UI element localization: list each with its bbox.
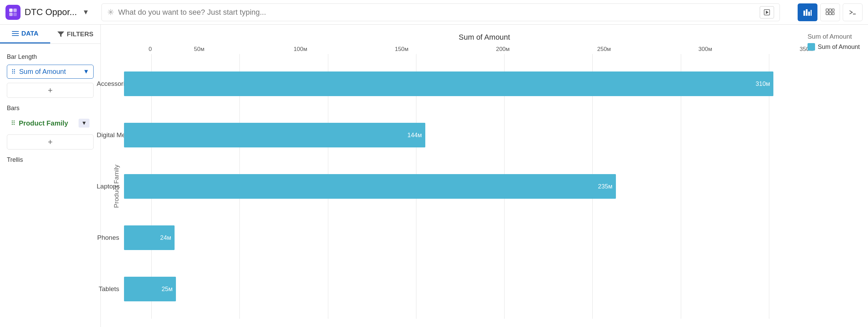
bar-label-digital-media: Digital Media [97,131,124,139]
svg-rect-15 [832,12,834,15]
measure-dropdown-icon[interactable]: ▼ [83,68,89,75]
search-input[interactable] [118,8,760,17]
bar-fill-phones: 24м [124,225,175,250]
bars-label: Bars [7,105,94,112]
dimension-dropdown-button[interactable]: ▼ [79,119,89,128]
svg-rect-14 [829,12,831,15]
bar-value-tablets: 25м [162,286,173,293]
terminal-button[interactable] [843,3,863,21]
bar-row-phones: Phones 24м [124,222,857,253]
search-area: ✳ [101,3,780,21]
sidebar-tabs: DATA FILTERS [0,25,100,44]
bar-row-laptops: Laptops 235м [124,171,857,202]
svg-marker-5 [766,11,769,14]
svg-rect-13 [826,12,828,15]
dimension-pill[interactable]: ⠿ Product Family ▼ [7,116,94,130]
bar-value-accessories: 310м [756,80,770,88]
svg-rect-2 [9,13,13,16]
bar-row-tablets: Tablets 25м [124,274,857,304]
svg-rect-9 [811,10,812,16]
sidebar-content: Bar Length ⠿ Sum of Amount ▼ + Bars ⠿ Pr… [0,44,100,322]
dimension-label: Product Family [19,119,75,127]
bar-fill-accessories: 310м [124,71,773,96]
svg-rect-0 [9,9,13,12]
bar-value-phones: 24м [160,234,171,241]
grid-view-button[interactable] [820,3,840,21]
svg-rect-7 [806,9,808,16]
add-bar-length-button[interactable]: + [7,83,94,98]
svg-rect-1 [13,9,17,12]
svg-rect-6 [803,11,805,16]
bar-track-phones: 24м [124,225,857,250]
app-title: DTC Oppor... [25,7,77,17]
bar-fill-digital-media: 144м [124,123,425,147]
bar-label-phones: Phones [97,234,124,241]
bar-label-tablets: Tablets [97,285,124,293]
trellis-label: Trellis [7,156,94,164]
tab-filters[interactable]: FILTERS [50,25,100,43]
legend-item-label: Sum of Amount [818,43,860,51]
bar-value-laptops: 235м [598,183,612,190]
search-star-icon: ✳ [107,8,114,17]
drag-handle-icon: ⠿ [11,68,16,76]
svg-rect-8 [808,12,810,16]
legend-item: Sum of Amount [808,43,860,51]
legend-title: Sum of Amount [808,33,852,40]
chart-container: Sum of Amount 0 50м 100м 150м 200м 250м … [112,33,857,319]
legend-color-swatch [808,43,815,51]
dimension-drag-icon: ⠿ [11,119,15,127]
bar-fill-laptops: 235м [124,174,616,199]
bars-wrapper: Accessories 310м Digital Media [124,54,857,319]
play-button[interactable] [760,6,774,18]
bar-label-accessories: Accessories [97,80,124,88]
svg-marker-20 [57,31,64,37]
bar-row-digital-media: Digital Media 144м [124,120,857,151]
svg-rect-3 [13,13,17,16]
bar-track-accessories: 310м [124,71,857,96]
svg-rect-12 [832,9,834,11]
tab-data[interactable]: DATA [0,25,50,43]
bars-list: Accessories 310м Digital Media [124,54,857,319]
app-dropdown-arrow[interactable]: ▼ [82,8,89,16]
topbar-right [798,3,863,21]
x-tick-150: 150м [351,46,452,53]
bar-track-digital-media: 144м [124,123,857,147]
sidebar: DATA FILTERS Bar Length ⠿ Sum of Amount … [0,25,101,327]
chart-title: Sum of Amount [112,33,857,42]
chart-main: Product Family [112,54,857,319]
bar-row-accessories: Accessories 310м [124,68,857,99]
bar-label-laptops: Laptops [97,183,124,190]
bar-length-label: Bar Length [7,53,94,61]
topbar: DTC Oppor... ▼ ✳ [0,0,868,25]
x-tick-100: 100м [250,46,351,53]
x-tick-50: 50м [149,46,250,53]
bar-track-laptops: 235м [124,174,857,199]
x-axis: 0 50м 100м 150м 200м 250м 300м 350м [149,46,857,53]
svg-rect-10 [826,9,828,11]
main-layout: DATA FILTERS Bar Length ⠿ Sum of Amount … [0,25,868,327]
svg-rect-11 [829,9,831,11]
bar-fill-tablets: 25м [124,277,176,301]
app-icon [5,5,20,20]
x-tick-200: 200м [452,46,553,53]
add-bars-button[interactable]: + [7,134,94,149]
chart-area: Sum of Amount Sum of Amount Sum of Amoun… [101,25,868,327]
legend-area: Sum of Amount Sum of Amount [808,33,860,51]
x-tick-300: 300м [655,46,756,53]
x-tick-250: 250м [553,46,655,53]
bar-value-digital-media: 144м [408,132,422,139]
bar-track-tablets: 25м [124,277,857,301]
measure-label: Sum of Amount [19,68,80,76]
measure-pill[interactable]: ⠿ Sum of Amount ▼ [7,65,94,79]
chart-view-button[interactable] [798,3,817,21]
